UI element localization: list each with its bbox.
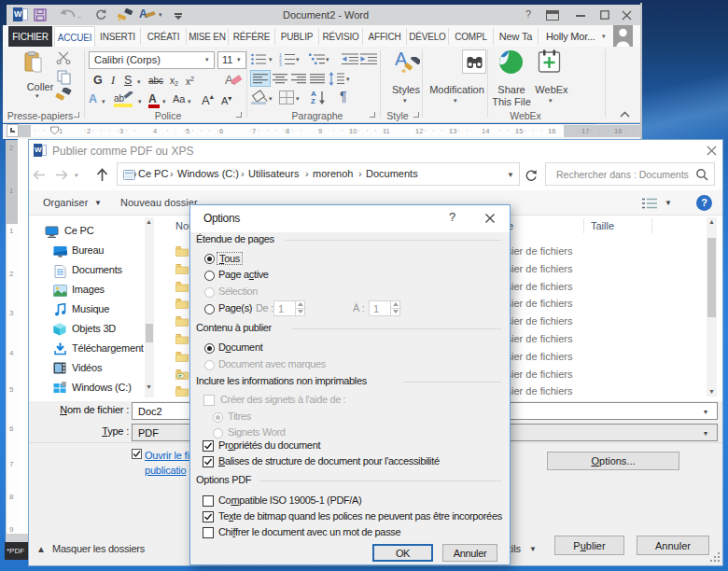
svg-text:3: 3 (279, 62, 282, 66)
